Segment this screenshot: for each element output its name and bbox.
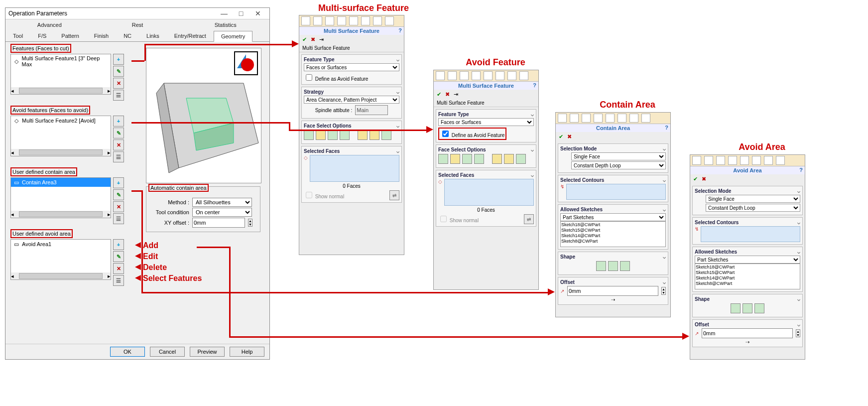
fso-icon[interactable] (358, 130, 368, 140)
list-item[interactable]: ▭ Avoid Area1 (11, 240, 111, 249)
tab-links[interactable]: Links (139, 30, 167, 41)
hscrollbar[interactable]: ◂▸ (11, 87, 111, 94)
depth-loop-select[interactable]: Constant Depth Loop (571, 161, 666, 169)
define-avoid-checkbox[interactable] (306, 74, 312, 81)
select-features-button[interactable]: ☰ (113, 213, 124, 224)
fso-icon[interactable] (450, 154, 460, 164)
preview-3d[interactable] (146, 48, 261, 183)
cancel-button[interactable]: Cancel (150, 347, 185, 357)
sketches-list[interactable]: Sketch18@CWPart Sketch15@CWPart Sketch14… (695, 264, 800, 289)
toolbar-icon[interactable] (507, 71, 516, 80)
sketch-source-select[interactable]: Part Sketches (560, 213, 666, 221)
tab-nc[interactable]: NC (116, 30, 139, 41)
strategy-select[interactable]: Area Clearance, Pattern Project (304, 96, 399, 104)
ok-icon[interactable]: ✔ (559, 134, 563, 140)
toolbar-icon[interactable] (337, 16, 346, 25)
ok-icon[interactable]: ✔ (302, 36, 307, 43)
toolbar-icon[interactable] (373, 16, 382, 25)
close-button[interactable]: ✕ (249, 9, 266, 17)
tab-statistics[interactable]: Statistics (181, 19, 269, 30)
flip-normal-button[interactable]: ⇄ (524, 214, 534, 224)
hscrollbar[interactable]: ◂▸ (11, 149, 111, 156)
hscrollbar[interactable]: ◂▸ (11, 211, 111, 218)
feature-type-select[interactable]: Faces or Surfaces (304, 63, 399, 71)
collapse-icon[interactable]: ⌵ (396, 123, 399, 129)
shape-icon[interactable] (608, 261, 618, 271)
fso-icon[interactable] (438, 154, 448, 164)
preview-button[interactable]: Preview (190, 347, 225, 357)
spinner[interactable]: ▲▼ (248, 219, 252, 227)
edit-button[interactable]: ✎ (113, 66, 124, 77)
collapse-icon[interactable]: ⌵ (396, 89, 399, 95)
tab-advanced[interactable]: Advanced (5, 19, 94, 30)
shape-icon[interactable] (754, 303, 764, 313)
contours-listbox[interactable] (566, 184, 666, 200)
tab-fs[interactable]: F/S (30, 30, 54, 41)
toolbar-icon[interactable] (570, 114, 579, 123)
pin-icon[interactable]: ⇥ (319, 36, 324, 43)
faces-listbox[interactable] (444, 179, 534, 206)
list-item[interactable]: Sketch14@CWPart (561, 233, 665, 239)
toolbar-icon[interactable] (325, 16, 334, 25)
fso-icon[interactable] (340, 130, 350, 140)
depth-loop-select[interactable]: Constant Depth Loop (706, 204, 800, 212)
list-item[interactable]: ▭ Contain Area3 (11, 178, 111, 187)
edit-button[interactable]: ✎ (113, 251, 124, 262)
fso-icon[interactable] (462, 154, 472, 164)
tab-rest[interactable]: Rest (94, 19, 182, 30)
toolbar-icon[interactable] (716, 156, 725, 165)
collapse-icon[interactable]: ⌵ (663, 207, 666, 212)
shape-icon[interactable] (620, 261, 630, 271)
toolbar-icon[interactable] (436, 71, 445, 80)
toolbar-icon[interactable] (594, 114, 603, 123)
collapse-icon[interactable]: ⌵ (797, 296, 800, 302)
collapse-icon[interactable]: ⌵ (531, 147, 534, 152)
cancel-icon[interactable]: ✖ (567, 134, 572, 140)
ok-button[interactable]: OK (110, 347, 145, 357)
select-features-button[interactable]: ☰ (113, 275, 124, 286)
toolbar-icon[interactable] (641, 114, 650, 123)
offset-arrow-icon[interactable]: ⇢ (611, 297, 615, 302)
help-icon[interactable]: ? (665, 125, 668, 131)
toolbar-icon[interactable] (496, 71, 504, 80)
tool-condition-select[interactable]: On center (192, 208, 252, 217)
delete-button[interactable]: ✕ (113, 139, 124, 150)
toolbar-icon[interactable] (606, 114, 615, 123)
toolbar-icon[interactable] (629, 114, 638, 123)
fso-icon[interactable] (492, 154, 502, 164)
list-item[interactable]: Sketch15@CWPart (696, 270, 799, 275)
delete-button[interactable]: ✕ (113, 263, 124, 274)
hscrollbar[interactable]: ◂▸ (11, 272, 111, 279)
fso-icon[interactable] (370, 130, 379, 140)
features-list[interactable]: ◇ Multi Surface Feature1 [3" Deep Max ◂▸ (10, 54, 111, 95)
cancel-icon[interactable]: ✖ (445, 91, 450, 98)
help-icon[interactable]: ? (799, 167, 803, 173)
toolbar-icon[interactable] (776, 156, 785, 165)
fso-icon[interactable] (474, 154, 484, 164)
toolbar-icon[interactable] (301, 16, 310, 25)
fso-icon[interactable] (504, 154, 514, 164)
toolbar-icon[interactable] (740, 156, 749, 165)
collapse-icon[interactable]: ⌵ (396, 57, 399, 62)
define-avoid-checkbox[interactable] (442, 131, 449, 137)
toolbar-icon[interactable] (692, 156, 701, 165)
tab-entry-retract[interactable]: Entry/Retract (167, 30, 214, 41)
select-features-button[interactable]: ☰ (113, 151, 124, 162)
shape-icon[interactable] (731, 303, 741, 313)
list-item[interactable]: Sketch8@CWPart (561, 239, 665, 244)
list-item[interactable]: Sketch14@CWPart (696, 275, 799, 281)
ok-icon[interactable]: ✔ (437, 91, 441, 98)
single-face-select[interactable]: Single Face (706, 195, 800, 203)
collapse-icon[interactable]: ⌵ (663, 254, 666, 260)
sketches-list[interactable]: Sketch18@CWPart Sketch15@CWPart Sketch14… (560, 221, 666, 247)
sketch-source-select[interactable]: Part Sketches (695, 256, 800, 264)
tab-tool[interactable]: Tool (5, 30, 30, 41)
list-item[interactable]: ◇ Multi Surface Feature1 [3" Deep Max (11, 54, 111, 68)
collapse-icon[interactable]: ⌵ (797, 322, 800, 327)
fso-icon[interactable] (304, 130, 314, 140)
toolbar-icon[interactable] (704, 156, 713, 165)
shape-icon[interactable] (596, 261, 606, 271)
help-button[interactable]: Help (230, 347, 264, 357)
toolbar-icon[interactable] (484, 71, 493, 80)
list-item[interactable]: Sketch8@CWPart (696, 281, 799, 286)
